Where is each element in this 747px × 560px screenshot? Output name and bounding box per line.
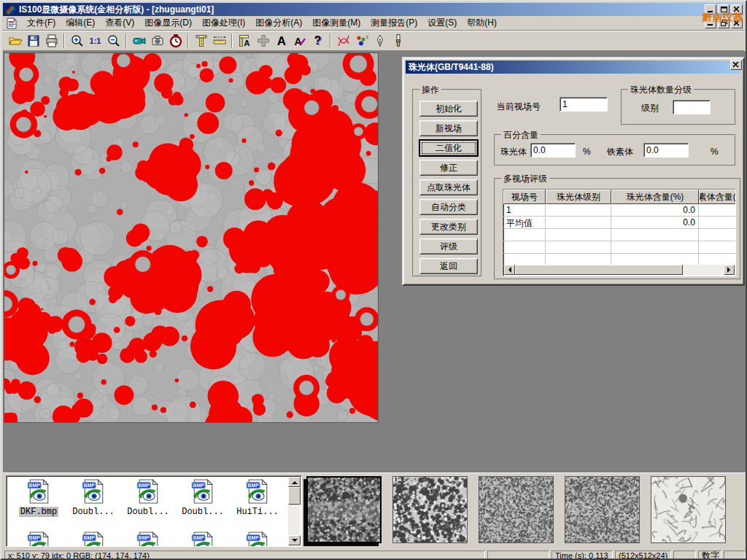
dialog-title-bar[interactable]: 珠光体(GB/T9441-88) — [406, 61, 741, 74]
spline-icon[interactable] — [334, 32, 352, 50]
title-bar: IS100显微摄像系统(金相分析版) - [zhuguangti01] — [3, 3, 744, 16]
file-item[interactable]: Doubl... — [177, 479, 229, 517]
file-list-scrollbar[interactable] — [288, 477, 301, 545]
status-spacer — [724, 551, 746, 560]
binarize-button[interactable]: 二值化 — [419, 140, 478, 156]
menu-view[interactable]: 查看(V) — [100, 15, 139, 31]
thumbnail[interactable] — [479, 476, 554, 543]
time-status: Time (s): 0.113 — [551, 551, 613, 560]
pen-icon[interactable] — [371, 32, 389, 50]
metallographic-image[interactable] — [4, 52, 379, 423]
close-button[interactable] — [731, 4, 743, 15]
text-icon[interactable]: A — [272, 32, 290, 50]
scroll-up-icon[interactable] — [288, 477, 301, 487]
child-close-button[interactable] — [731, 18, 743, 28]
thumbnail[interactable] — [565, 476, 640, 543]
camera-icon[interactable] — [148, 32, 166, 50]
new-field-button[interactable]: 新视场 — [419, 120, 478, 136]
bmp-file-icon — [136, 479, 160, 504]
file-item[interactable]: DKF.bmp — [12, 479, 65, 517]
print-icon[interactable] — [42, 32, 61, 50]
annotate-icon[interactable]: A — [290, 32, 309, 50]
timer-icon[interactable] — [166, 32, 185, 50]
child-restore-button[interactable] — [718, 18, 729, 28]
scroll-thumb[interactable] — [288, 487, 301, 505]
file-item[interactable]: Doubl... — [67, 479, 120, 517]
caliper-icon[interactable] — [192, 32, 210, 50]
grid-icon[interactable] — [254, 32, 272, 50]
toolbar-separator — [330, 34, 331, 48]
thumbnail[interactable] — [651, 476, 726, 543]
file-name: Doubl... — [125, 507, 171, 517]
document-icon — [6, 18, 18, 29]
scroll-left-icon[interactable] — [504, 265, 515, 275]
save-icon[interactable] — [24, 32, 42, 50]
file-item[interactable] — [231, 532, 284, 547]
grade-button[interactable]: 评级 — [419, 238, 478, 254]
zoom-out-icon[interactable] — [104, 32, 123, 50]
video-camera-icon[interactable] — [130, 32, 148, 50]
col-ferrite-content[interactable]: 铁素体含量(%) — [699, 190, 736, 204]
auto-classify-button[interactable]: 自动分类 — [419, 199, 478, 215]
scroll-thumb[interactable] — [515, 265, 683, 275]
bmp-file-icon — [26, 532, 51, 547]
file-item[interactable] — [122, 532, 174, 547]
menu-image-display[interactable]: 图像显示(D) — [139, 15, 197, 31]
file-item[interactable] — [177, 532, 229, 547]
thumbnail-selected[interactable] — [306, 476, 382, 543]
current-field-input[interactable] — [560, 97, 608, 112]
col-field-number[interactable]: 视场号 — [503, 190, 546, 204]
svg-text:A: A — [244, 39, 249, 47]
thumbnail[interactable] — [392, 476, 468, 543]
brush-icon[interactable] — [389, 32, 407, 50]
pick-pearlite-button[interactable]: 点取珠光体 — [419, 179, 478, 195]
pearlite-percent-input[interactable] — [530, 143, 576, 158]
file-item[interactable]: Doubl... — [122, 479, 174, 517]
svg-text:A: A — [294, 36, 301, 47]
maximize-button[interactable] — [718, 4, 729, 15]
dialog-close-icon[interactable] — [730, 60, 742, 70]
file-item[interactable] — [67, 532, 120, 547]
classify-icon[interactable]: 3 — [352, 32, 371, 50]
ruler-icon[interactable] — [210, 32, 228, 50]
level-input[interactable] — [673, 100, 711, 114]
menu-edit[interactable]: 编辑(E) — [61, 15, 100, 31]
scroll-right-icon[interactable] — [724, 265, 735, 275]
minimize-button[interactable] — [705, 4, 716, 15]
return-button[interactable]: 返回 — [419, 258, 478, 274]
bmp-file-icon — [190, 479, 215, 504]
menu-measure-report[interactable]: 测量报告(P) — [365, 15, 422, 31]
table-horizontal-scrollbar[interactable] — [504, 265, 735, 275]
menu-help[interactable]: 帮助(H) — [462, 15, 502, 31]
change-class-button[interactable]: 更改类别 — [419, 219, 478, 235]
col-pearlite-grade[interactable]: 珠光体级别 — [546, 190, 611, 204]
ferrite-percent-input[interactable] — [643, 143, 689, 158]
file-name: Doubl... — [180, 507, 225, 517]
col-pearlite-content[interactable]: 珠光体含量(%) — [611, 190, 699, 204]
table-row[interactable]: 1 0.0 — [503, 204, 735, 217]
menu-file[interactable]: 文件(F) — [22, 15, 61, 31]
bmp-file-icon — [26, 479, 51, 504]
actual-size-icon[interactable]: 1:1 — [86, 32, 104, 50]
menu-image-processing[interactable]: 图像处理(I) — [197, 15, 250, 31]
file-name: DKF.bmp — [19, 507, 58, 517]
measure-text-icon[interactable]: A — [236, 32, 254, 50]
cell-grade — [546, 217, 611, 229]
open-icon[interactable] — [6, 32, 24, 50]
bmp-file-icon — [81, 479, 106, 504]
scroll-down-icon[interactable] — [288, 535, 301, 545]
app-window: IS100显微摄像系统(金相分析版) - [zhuguangti01] 黔南仪器… — [0, 0, 747, 560]
zoom-in-icon[interactable] — [68, 32, 86, 50]
menu-image-analysis[interactable]: 图像分析(A) — [250, 15, 307, 31]
initialize-button[interactable]: 初始化 — [419, 101, 478, 117]
digital-mode-status: 数字 — [698, 551, 721, 560]
help-icon[interactable]: ?? — [309, 32, 327, 50]
file-item[interactable] — [12, 532, 65, 547]
file-item[interactable]: HuiTi... — [231, 479, 284, 517]
correct-button[interactable]: 修正 — [419, 160, 478, 176]
menu-settings[interactable]: 设置(S) — [422, 15, 462, 31]
menu-image-measure[interactable]: 图像测量(M) — [307, 15, 365, 31]
table-row[interactable]: 平均值 0.0 — [503, 217, 735, 229]
child-minimize-button[interactable] — [705, 18, 716, 28]
app-icon — [4, 4, 16, 15]
